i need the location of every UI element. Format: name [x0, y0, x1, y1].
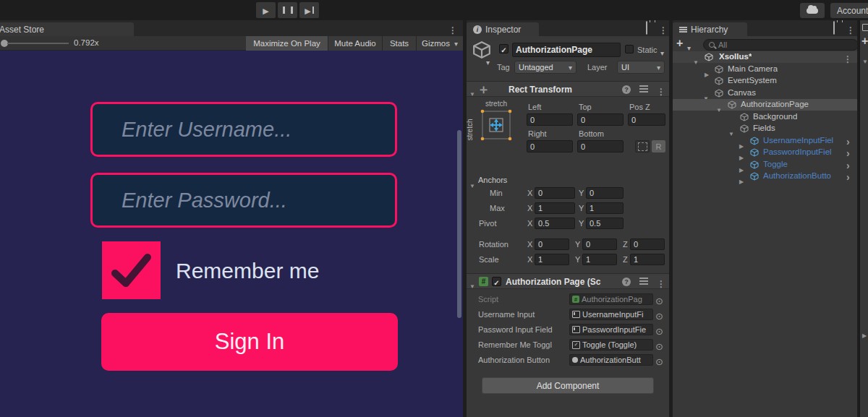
- hierarchy-item-background[interactable]: Background: [673, 111, 857, 123]
- hierarchy-menu-icon[interactable]: [846, 23, 855, 36]
- rotation-z-input[interactable]: 0: [630, 238, 665, 250]
- static-dropdown-icon[interactable]: [660, 46, 664, 59]
- mute-audio-button[interactable]: Mute Audio: [328, 36, 383, 51]
- cloud-icon: [807, 8, 818, 14]
- scale-y-input[interactable]: 1: [582, 254, 617, 265]
- static-checkbox[interactable]: [625, 45, 634, 53]
- prefab-icon: [750, 148, 759, 157]
- hierarchy-item-passwordinputfield[interactable]: PasswordInputFiel: [673, 147, 857, 158]
- inspector-menu-icon[interactable]: [659, 23, 668, 36]
- username-input-object-field[interactable]: UsernameInputFi: [569, 309, 653, 320]
- create-button[interactable]: +: [676, 37, 683, 50]
- game-panel-menu-icon[interactable]: [448, 23, 457, 36]
- hierarchy-item-authorizationpage[interactable]: AuthorizationPage: [673, 99, 857, 111]
- play-button[interactable]: [256, 2, 276, 18]
- script-object-field[interactable]: # AuthorizationPag: [569, 293, 653, 305]
- scene-row[interactable]: Xsollus*: [673, 51, 857, 63]
- bottom-input[interactable]: 0: [577, 140, 624, 152]
- authorization-button-object-field[interactable]: AuthorizationButt: [569, 354, 653, 366]
- lock-icon[interactable]: [833, 21, 835, 35]
- hierarchy-item-authorizationbutton[interactable]: AuthorizationButto: [673, 171, 857, 182]
- hierarchy-item-toggle[interactable]: Toggle: [673, 159, 857, 171]
- info-icon: i: [473, 25, 482, 34]
- tab-inspector[interactable]: i Inspector: [467, 22, 539, 36]
- cloud-services-button[interactable]: [800, 3, 825, 18]
- add-icon[interactable]: +: [861, 35, 868, 48]
- object-name-field[interactable]: AuthorizationPage: [512, 43, 621, 57]
- top-input[interactable]: 0: [577, 113, 624, 126]
- tab-hierarchy[interactable]: Hierarchy: [673, 22, 747, 36]
- step-button[interactable]: [299, 2, 319, 18]
- pause-button[interactable]: [278, 2, 297, 18]
- scale-x-input[interactable]: 1: [535, 254, 569, 265]
- remember-me-checkbox[interactable]: [102, 241, 161, 299]
- foldout-icon[interactable]: [469, 278, 475, 291]
- sign-in-button[interactable]: Sign In: [101, 313, 398, 371]
- object-picker-icon[interactable]: [655, 355, 663, 368]
- tab-asset-store[interactable]: Asset Store: [0, 22, 134, 36]
- pivot-x-input[interactable]: 0.5: [535, 218, 575, 229]
- prefab-open-icon[interactable]: [846, 135, 850, 148]
- raw-mode-button[interactable]: R: [652, 140, 665, 152]
- prefab-open-icon[interactable]: [846, 159, 850, 172]
- password-input[interactable]: Enter Password...: [90, 173, 397, 228]
- stats-button[interactable]: Stats: [383, 36, 417, 51]
- hierarchy-item-usernameinputfield[interactable]: UsernameInputFiel: [673, 135, 857, 147]
- stretch-top-label: stretch: [485, 100, 507, 108]
- prefab-open-icon[interactable]: [846, 147, 850, 160]
- presets-icon[interactable]: [639, 278, 648, 279]
- prefab-open-icon[interactable]: [846, 171, 850, 184]
- presets-icon[interactable]: [639, 85, 648, 87]
- help-icon[interactable]: ?: [622, 278, 631, 286]
- object-picker-icon[interactable]: [655, 340, 663, 353]
- help-icon[interactable]: ?: [622, 85, 631, 94]
- foldout-icon[interactable]: [469, 86, 475, 99]
- hierarchy-item-canvas[interactable]: Canvas: [673, 87, 857, 99]
- lock-icon[interactable]: [646, 21, 647, 35]
- add-component-button[interactable]: Add Component: [482, 377, 654, 394]
- scale-slider-track[interactable]: [7, 43, 69, 44]
- posz-input[interactable]: 0: [628, 113, 665, 126]
- object-picker-icon[interactable]: [655, 294, 663, 307]
- anchors-foldout-icon[interactable]: [469, 178, 475, 191]
- search-input[interactable]: All: [703, 39, 857, 51]
- username-input[interactable]: Enter Username...: [90, 102, 397, 157]
- anchor-preset-widget[interactable]: [480, 108, 513, 142]
- active-checkbox[interactable]: [499, 44, 509, 53]
- hierarchy-item-fields[interactable]: Fields: [673, 123, 857, 134]
- remember-toggle-object-field[interactable]: ✓ Toggle (Toggle): [569, 339, 653, 351]
- anchors-max-y-input[interactable]: 1: [586, 202, 624, 214]
- authorization-page-script-header[interactable]: # Authorization Page (Sc ?: [467, 273, 669, 289]
- blueprint-mode-button[interactable]: [635, 140, 650, 152]
- rotation-y-input[interactable]: 0: [582, 238, 617, 250]
- object-picker-icon[interactable]: [655, 324, 663, 338]
- foldout-icon[interactable]: [862, 327, 867, 340]
- pivot-y-input[interactable]: 0.5: [586, 218, 624, 229]
- password-input-object-field[interactable]: PasswordInputFie: [569, 324, 653, 335]
- anchors-max-x-input[interactable]: 1: [535, 202, 575, 214]
- right-label: Right: [528, 129, 547, 138]
- foldout-icon[interactable]: [739, 173, 744, 186]
- hierarchy-item-main-camera[interactable]: Main Camera: [673, 64, 857, 75]
- component-menu-icon[interactable]: [657, 85, 665, 98]
- component-menu-icon[interactable]: [657, 277, 665, 290]
- script-enabled-checkbox[interactable]: [492, 277, 501, 286]
- rotation-x-input[interactable]: 0: [535, 238, 569, 250]
- gameobject-icon: [715, 89, 723, 98]
- layer-dropdown[interactable]: UI: [617, 61, 665, 74]
- object-picker-icon[interactable]: [655, 309, 663, 322]
- account-button[interactable]: Account: [830, 3, 868, 18]
- foldout-icon[interactable]: [862, 53, 868, 66]
- tag-dropdown[interactable]: Untagged: [514, 61, 576, 74]
- hierarchy-item-eventsystem[interactable]: EventSystem: [673, 75, 857, 87]
- gameobject-dropdown-icon[interactable]: [486, 55, 490, 68]
- anchors-min-y-input[interactable]: 0: [586, 187, 624, 199]
- rect-transform-header[interactable]: ✛ Rect Transform ?: [467, 81, 669, 97]
- maximize-on-play-button[interactable]: Maximize On Play: [246, 36, 328, 51]
- game-scrollbar[interactable]: [457, 130, 461, 318]
- scale-z-input[interactable]: 1: [630, 254, 665, 265]
- gizmos-dropdown[interactable]: Gizmos: [417, 36, 463, 51]
- right-input[interactable]: 0: [527, 140, 573, 152]
- anchors-min-x-input[interactable]: 0: [535, 187, 575, 199]
- left-input[interactable]: 0: [527, 113, 573, 126]
